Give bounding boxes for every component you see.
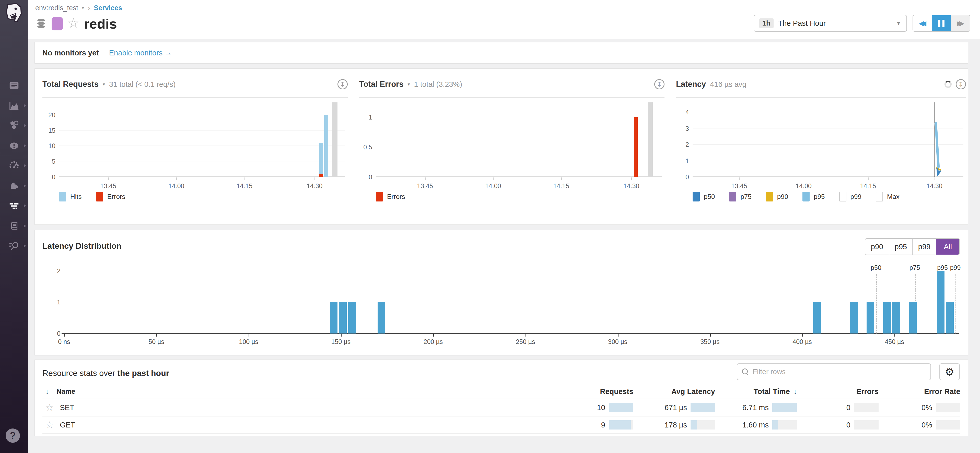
latency-chart: Latency416 µs avg↧0123413:4514:0014:1514… xyxy=(676,69,966,225)
enable-monitors-link[interactable]: Enable monitors → xyxy=(109,49,172,57)
download-icon[interactable]: ↧ xyxy=(956,79,966,89)
cell-bar xyxy=(936,420,960,429)
legend-item[interactable]: Max xyxy=(876,192,899,202)
histogram-bar xyxy=(339,302,347,334)
legend-item[interactable]: p99 xyxy=(839,192,861,202)
legend-item[interactable]: p95 xyxy=(802,192,825,202)
resource-name-cell: ☆SET xyxy=(42,403,552,412)
y-axis-label: 1 xyxy=(674,157,689,164)
resource-table: ↓NameRequestsAvg LatencyTotal Time ↓Erro… xyxy=(42,384,960,434)
cell-errors: 0 xyxy=(797,420,878,429)
arrow-right-icon: → xyxy=(164,49,172,57)
total-errors-chart: Total Errors▾1 total (3.23%)↧00.5113:451… xyxy=(359,69,665,225)
resource-name[interactable]: SET xyxy=(60,404,74,412)
partial-bucket-bar xyxy=(648,102,653,177)
chevron-right-icon xyxy=(24,244,26,248)
percentile-button-p90[interactable]: p90 xyxy=(865,239,889,254)
partial-bucket-bar xyxy=(332,102,337,177)
histogram-bar xyxy=(909,302,916,334)
legend-item[interactable]: Errors xyxy=(376,192,405,202)
legend-label: Max xyxy=(887,193,899,201)
legend-item[interactable]: Errors xyxy=(96,192,126,202)
y-axis-label: 5 xyxy=(41,158,56,165)
logs-icon xyxy=(8,220,20,232)
legend-item[interactable]: p75 xyxy=(729,192,751,202)
chevron-right-icon xyxy=(24,144,26,148)
env-selector[interactable]: env:redis_test xyxy=(35,4,78,12)
sidebar-item-trace-search[interactable] xyxy=(0,236,28,256)
sidebar-item-integrations[interactable] xyxy=(0,176,28,196)
chevron-down-icon[interactable]: ▾ xyxy=(407,81,410,87)
time-back-button[interactable]: ◀◀ xyxy=(913,15,932,31)
histogram-bar xyxy=(850,302,858,334)
legend-item[interactable]: Hits xyxy=(59,192,82,202)
chart-plot-area[interactable]: 00.5113:4514:0014:1514:30 xyxy=(376,102,662,177)
loading-spinner-icon xyxy=(945,81,951,88)
gear-icon: ⚙ xyxy=(945,366,955,378)
chart-plot-area[interactable]: 0123413:4514:0014:1514:30 xyxy=(693,102,963,177)
chart-legend: p50p75p90p95p99Max xyxy=(693,192,899,202)
x-axis-label: 300 µs xyxy=(608,338,627,345)
resource-name[interactable]: GET xyxy=(60,421,75,429)
x-axis-line xyxy=(62,333,959,334)
legend-item[interactable]: p90 xyxy=(766,192,788,202)
sidebar-item-metrics[interactable] xyxy=(0,96,28,116)
favorite-star-icon[interactable]: ☆ xyxy=(67,16,80,30)
x-axis-label: 13:45 xyxy=(417,182,433,190)
percentile-button-p99[interactable]: p99 xyxy=(912,239,936,254)
sidebar-item-monitors[interactable] xyxy=(0,156,28,176)
column-header-avg_latency[interactable]: Avg Latency xyxy=(633,387,715,396)
y-axis-label: 1 xyxy=(357,114,372,121)
histogram-bar xyxy=(946,302,954,334)
sidebar-item-logs[interactable] xyxy=(0,216,28,236)
page-title: redis xyxy=(84,16,117,32)
sidebar-item-dashboards[interactable] xyxy=(0,76,28,95)
chart-title: Total Requests xyxy=(42,79,99,89)
datadog-logo[interactable] xyxy=(0,0,28,25)
dashboards-icon xyxy=(8,79,20,91)
cell-total_time: 6.71 ms xyxy=(715,403,797,412)
x-axis-label: 450 µs xyxy=(885,338,904,345)
data-bar xyxy=(324,115,328,177)
column-header-name[interactable]: ↓Name xyxy=(42,388,552,396)
column-header-total_time[interactable]: Total Time ↓ xyxy=(715,387,797,396)
service-type-badge xyxy=(52,17,63,30)
apm-icon xyxy=(8,200,20,212)
chevron-right-icon xyxy=(24,164,26,167)
favorite-star-icon[interactable]: ☆ xyxy=(46,420,54,429)
download-icon[interactable]: ↧ xyxy=(337,79,348,89)
column-header-requests[interactable]: Requests xyxy=(552,387,633,396)
resource-name-cell: ☆GET xyxy=(42,420,552,429)
legend-item[interactable]: p50 xyxy=(693,192,715,202)
legend-label: p75 xyxy=(740,193,751,201)
table-settings-button[interactable]: ⚙ xyxy=(939,363,960,380)
table-row[interactable]: ☆GET9178 µs1.60 ms00% xyxy=(42,416,960,434)
sidebar-item-events[interactable] xyxy=(0,136,28,156)
legend-swatch xyxy=(376,192,383,202)
favorite-star-icon[interactable]: ☆ xyxy=(46,403,54,412)
sidebar-item-apm[interactable] xyxy=(0,196,28,216)
chart-plot-area[interactable]: 0510152013:4514:0014:1514:30 xyxy=(59,102,345,177)
sidebar-item-infrastructure[interactable] xyxy=(0,116,28,135)
column-header-errors[interactable]: Errors xyxy=(797,387,878,396)
legend-swatch xyxy=(96,192,103,202)
cell-avg_latency: 178 µs xyxy=(633,420,715,429)
column-label: Total Time xyxy=(754,387,790,396)
chevron-down-icon[interactable]: ▾ xyxy=(103,81,105,87)
percentile-button-all[interactable]: All xyxy=(936,239,959,254)
time-pause-button[interactable] xyxy=(932,15,951,31)
filter-rows-input[interactable] xyxy=(752,367,926,376)
table-row[interactable]: ☆SET10671 µs6.71 ms00% xyxy=(42,399,960,416)
cell-value: 0% xyxy=(921,404,932,412)
x-axis-label: 14:00 xyxy=(169,182,185,190)
time-forward-button[interactable]: ▶▶ xyxy=(951,15,970,31)
time-range-selector[interactable]: 1h The Past Hour ▼ xyxy=(754,15,907,32)
column-header-error_rate[interactable]: Error Rate xyxy=(878,387,960,396)
percentile-button-p95[interactable]: p95 xyxy=(889,239,912,254)
percentile-label: p95 xyxy=(937,264,948,272)
latency-distribution-plot[interactable]: 0120 ns50 µs100 µs150 µs200 µs250 µs300 … xyxy=(64,265,959,334)
charts-card: Total Requests▾31 total (< 0.1 req/s)↧05… xyxy=(35,68,968,225)
help-button[interactable]: ? xyxy=(6,429,20,443)
breadcrumb-services-link[interactable]: Services xyxy=(94,4,122,12)
download-icon[interactable]: ↧ xyxy=(654,79,665,89)
